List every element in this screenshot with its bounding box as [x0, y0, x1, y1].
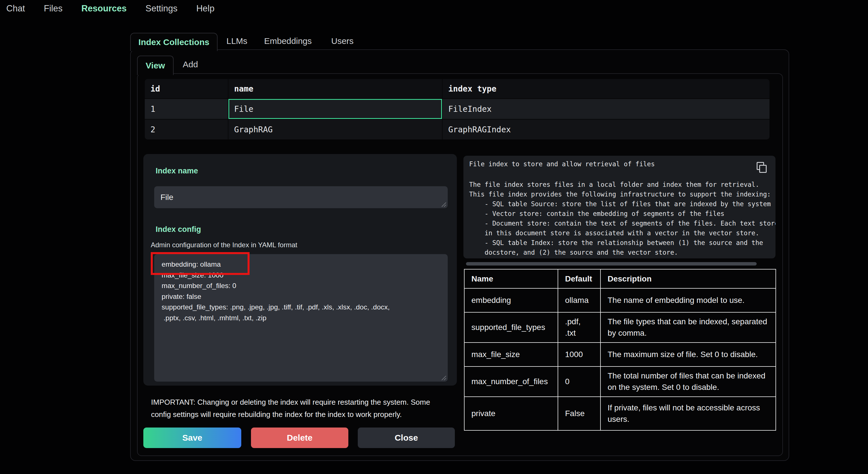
param-name: max_file_size: [464, 342, 558, 367]
param-default: 1000: [558, 342, 600, 367]
params-col-default: Default: [558, 269, 600, 288]
red-highlight-annotation: [151, 252, 250, 275]
param-default: False: [558, 397, 600, 430]
param-description: The name of embedding model to use.: [600, 288, 776, 312]
params-row: supported_file_types .pdf, .txt The file…: [464, 312, 776, 342]
column-header-id: id: [145, 79, 228, 98]
config-hint-text: Admin configuration of the Index in YAML…: [151, 241, 297, 249]
nav-item-chat[interactable]: Chat: [6, 3, 25, 14]
param-description: If private, files will not be accessible…: [600, 397, 776, 430]
params-row: max_file_size 1000 The maximum size of f…: [464, 342, 776, 367]
cell-name[interactable]: GraphRAG: [228, 120, 442, 139]
table-header-row: id name index type: [145, 79, 770, 98]
param-default: .pdf, .txt: [558, 312, 600, 342]
column-header-index-type: index type: [442, 79, 770, 98]
table-row[interactable]: 1 File FileIndex: [145, 99, 770, 119]
close-button[interactable]: Close: [358, 428, 455, 448]
cell-index-type[interactable]: FileIndex: [442, 99, 770, 119]
resize-handle-icon[interactable]: [440, 374, 446, 380]
param-description: The total number of files that can be in…: [600, 367, 776, 397]
nav-item-files[interactable]: Files: [44, 3, 62, 14]
description-title: File index to store and allow retrieval …: [469, 160, 655, 168]
tab-index-collections[interactable]: Index Collections: [130, 33, 218, 51]
nav-item-resources[interactable]: Resources: [82, 3, 127, 14]
params-row: embedding ollama The name of embedding m…: [464, 288, 776, 312]
cell-id[interactable]: 2: [145, 120, 228, 139]
param-name: embedding: [464, 288, 558, 312]
params-row: max_number_of_files 0 The total number o…: [464, 367, 776, 397]
description-body: The file index stores files in a local f…: [469, 180, 775, 259]
resize-handle-icon[interactable]: [440, 201, 446, 207]
param-default: ollama: [558, 288, 600, 312]
index-name-value: File: [154, 186, 448, 208]
param-description: The file types that can be indexed, sepa…: [600, 312, 776, 342]
index-name-input[interactable]: File: [154, 186, 448, 208]
param-default: 0: [558, 367, 600, 397]
param-name: max_number_of_files: [464, 367, 558, 397]
important-warning-text: IMPORTANT: Changing or deleting the inde…: [151, 396, 459, 421]
nav-item-help[interactable]: Help: [196, 3, 214, 14]
config-params-table: Name Default Description embedding ollam…: [464, 269, 776, 431]
nav-item-settings[interactable]: Settings: [145, 3, 177, 14]
index-collections-table: id name index type 1 File FileIndex 2 Gr…: [145, 79, 770, 139]
horizontal-scrollbar[interactable]: [466, 262, 757, 266]
index-name-label: Index name: [156, 167, 198, 175]
index-config-label: Index config: [156, 225, 201, 234]
tab-embeddings[interactable]: Embeddings: [264, 33, 312, 49]
params-col-name: Name: [464, 269, 558, 288]
copy-icon[interactable]: [757, 162, 768, 173]
index-description-panel: File index to store and allow retrieval …: [463, 156, 775, 259]
table-row[interactable]: 2 GraphRAG GraphRAGIndex: [145, 120, 770, 139]
cell-id[interactable]: 1: [145, 99, 228, 119]
params-row: private False If private, files will not…: [464, 397, 776, 430]
params-col-description: Description: [600, 269, 776, 288]
param-name: private: [464, 397, 558, 430]
save-button[interactable]: Save: [143, 428, 241, 448]
subtab-view[interactable]: View: [137, 56, 174, 75]
subtab-add[interactable]: Add: [183, 56, 198, 73]
top-navigation: Chat Files Resources Settings Help: [6, 0, 214, 17]
params-header-row: Name Default Description: [464, 269, 776, 288]
cell-index-type[interactable]: GraphRAGIndex: [442, 120, 770, 139]
cell-name-selected[interactable]: File: [228, 99, 442, 119]
param-name: supported_file_types: [464, 312, 558, 342]
tab-llms[interactable]: LLMs: [226, 33, 247, 49]
tab-users[interactable]: Users: [331, 33, 353, 49]
param-description: The maximum size of file. Set 0 to disab…: [600, 342, 776, 367]
column-header-name: name: [228, 79, 442, 98]
delete-button[interactable]: Delete: [251, 428, 348, 448]
